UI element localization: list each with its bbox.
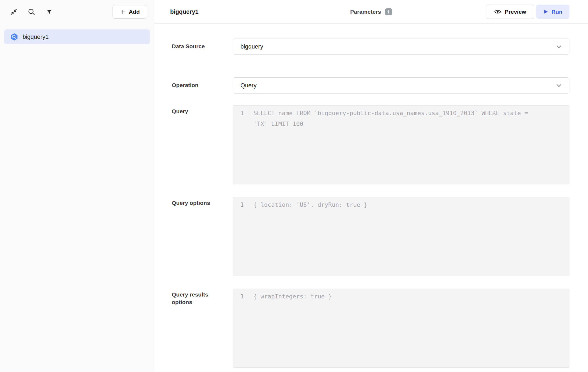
sidebar-toolbar: Add — [0, 0, 154, 24]
app: Add bigquery1 bigquery1 Parameters — [0, 0, 588, 372]
query-list: bigquery1 — [0, 24, 154, 50]
query-form: Data Source bigquery Oper — [154, 24, 588, 372]
play-icon — [543, 9, 548, 14]
eye-icon — [494, 8, 501, 15]
data-source-label: Data Source — [172, 43, 218, 50]
filter-icon[interactable] — [45, 8, 54, 16]
query-options-label: Query options — [172, 199, 218, 207]
collapse-panel-icon[interactable] — [9, 8, 18, 16]
plus-icon — [120, 9, 126, 15]
operation-select[interactable]: Query — [233, 77, 569, 94]
run-button-label: Run — [551, 9, 562, 15]
parameters-group: Parameters — [350, 8, 392, 15]
data-source-row: Data Source bigquery — [172, 39, 569, 55]
search-icon[interactable] — [27, 8, 36, 16]
query-options-code-editor[interactable]: 1 { location: 'US', dryRun: true } — [233, 197, 569, 276]
add-button-label: Add — [129, 9, 140, 15]
query-results-options-code-editor[interactable]: 1 { wrapIntegers: true } — [233, 289, 569, 368]
data-source-value: bigquery — [240, 43, 263, 50]
preview-button-label: Preview — [505, 9, 526, 15]
parameters-label: Parameters — [350, 9, 381, 15]
query-list-item-bigquery1[interactable]: bigquery1 — [4, 29, 150, 44]
main-header: bigquery1 Parameters Preview — [154, 0, 588, 24]
run-button[interactable]: Run — [536, 5, 569, 19]
data-source-select[interactable]: bigquery — [233, 39, 569, 55]
plus-icon — [386, 10, 391, 14]
query-options-placeholder: { location: 'US', dryRun: true } — [251, 199, 569, 276]
chevron-down-icon — [555, 82, 563, 89]
query-results-options-label: Query results options — [172, 291, 218, 306]
sidebar: Add bigquery1 — [0, 0, 154, 372]
operation-label: Operation — [172, 81, 218, 89]
query-results-options-row: Query results options 1 { wrapIntegers: … — [172, 289, 569, 368]
query-placeholder: SELECT name FROM `bigquery-public-data.u… — [251, 108, 569, 184]
query-label: Query — [172, 108, 218, 115]
add-parameter-button[interactable] — [385, 8, 392, 15]
bigquery-icon — [10, 33, 18, 41]
line-number: 1 — [233, 199, 251, 276]
add-query-button[interactable]: Add — [113, 5, 147, 19]
query-code-editor[interactable]: 1 SELECT name FROM `bigquery-public-data… — [233, 105, 569, 184]
line-number: 1 — [233, 108, 251, 184]
chevron-down-icon — [555, 43, 563, 50]
operation-value: Query — [240, 82, 257, 89]
query-row: Query 1 SELECT name FROM `bigquery-publi… — [172, 105, 569, 184]
line-number: 1 — [233, 291, 251, 367]
operation-row: Operation Query — [172, 77, 569, 94]
header-actions: Preview Run — [486, 5, 569, 19]
main-panel: bigquery1 Parameters Preview — [154, 0, 588, 372]
query-results-options-placeholder: { wrapIntegers: true } — [251, 291, 569, 367]
query-item-label: bigquery1 — [23, 33, 49, 40]
page-title: bigquery1 — [170, 8, 198, 15]
preview-button[interactable]: Preview — [486, 5, 534, 19]
query-options-row: Query options 1 { location: 'US', dryRun… — [172, 197, 569, 276]
